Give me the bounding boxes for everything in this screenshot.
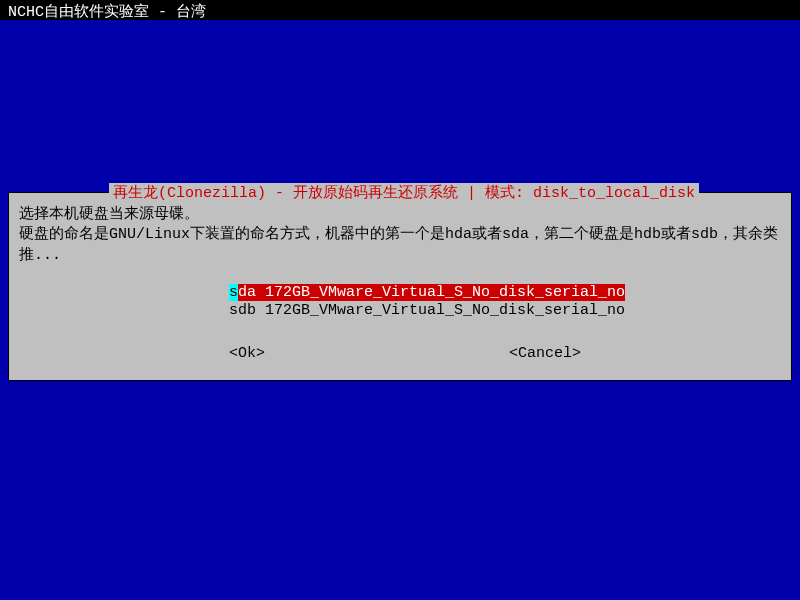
dialog-body: 选择本机硬盘当来源母碟。 硬盘的命名是GNU/Linux下装置的命名方式，机器中… xyxy=(19,205,781,368)
disk-sdb-text: sdb 172GB_VMware_Virtual_S_No_disk_seria… xyxy=(229,302,625,319)
disk-sda-rest: da 172GB_VMware_Virtual_S_No_disk_serial… xyxy=(238,284,625,301)
disk-list: sda 172GB_VMware_Virtual_S_No_disk_seria… xyxy=(229,284,781,320)
header-bar: NCHC自由软件实验室 - 台湾 xyxy=(0,0,800,20)
cancel-button[interactable]: <Cancel> xyxy=(509,344,581,364)
disk-sda-firstchar: s xyxy=(229,284,238,301)
dialog-container: 再生龙(Clonezilla) - 开放原始码再生还原系统 | 模式: disk… xyxy=(8,192,792,381)
disk-item-sda[interactable]: sda 172GB_VMware_Virtual_S_No_disk_seria… xyxy=(229,284,781,302)
ok-button[interactable]: <Ok> xyxy=(229,344,265,364)
header-title: NCHC自由软件实验室 - 台湾 xyxy=(8,4,206,21)
description-line-2: 硬盘的命名是GNU/Linux下装置的命名方式，机器中的第一个是hda或者sda… xyxy=(19,225,781,266)
description-line-1: 选择本机硬盘当来源母碟。 xyxy=(19,205,781,225)
dialog-border: 再生龙(Clonezilla) - 开放原始码再生还原系统 | 模式: disk… xyxy=(8,192,792,381)
button-row: <Ok> <Cancel> xyxy=(19,344,781,368)
disk-item-sdb[interactable]: sdb 172GB_VMware_Virtual_S_No_disk_seria… xyxy=(229,302,781,320)
dialog-title: 再生龙(Clonezilla) - 开放原始码再生还原系统 | 模式: disk… xyxy=(109,183,699,202)
dialog-description: 选择本机硬盘当来源母碟。 硬盘的命名是GNU/Linux下装置的命名方式，机器中… xyxy=(19,205,781,266)
